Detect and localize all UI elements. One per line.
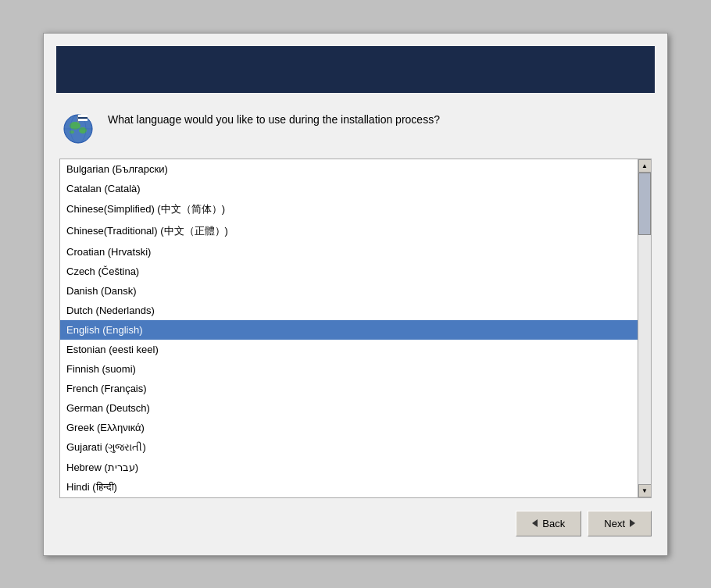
language-item-danish[interactable]: Danish (Dansk) (60, 281, 638, 301)
language-item-finnish[interactable]: Finnish (suomi) (60, 359, 638, 379)
language-item-chinese-simplified[interactable]: Chinese(Simplified) (中文（简体）) (60, 198, 638, 220)
language-list[interactable]: Bulgarian (Български)Catalan (Català)Chi… (60, 159, 638, 497)
language-item-bulgarian[interactable]: Bulgarian (Български) (60, 159, 638, 179)
scroll-up-button[interactable]: ▲ (638, 159, 652, 173)
language-item-english[interactable]: English (English) (60, 320, 638, 340)
language-item-estonian[interactable]: Estonian (eesti keel) (60, 340, 638, 359)
next-label: Next (604, 518, 625, 529)
language-item-czech[interactable]: Czech (Čeština) (60, 262, 638, 281)
scrollbar-thumb[interactable] (638, 173, 651, 235)
installer-window: What language would you like to use duri… (43, 33, 668, 556)
language-item-hebrew[interactable]: Hebrew (עברית) (60, 458, 638, 477)
content-area: What language would you like to use duri… (44, 93, 667, 555)
back-button[interactable]: Back (516, 511, 581, 536)
next-arrow-icon (630, 519, 635, 527)
header-banner (56, 46, 655, 93)
language-item-german[interactable]: German (Deutsch) (60, 398, 638, 418)
language-item-catalan[interactable]: Catalan (Català) (60, 179, 638, 198)
scrollbar-thumb-area (638, 173, 651, 484)
svg-rect-9 (78, 115, 88, 117)
language-item-dutch[interactable]: Dutch (Nederlands) (60, 301, 638, 320)
scroll-down-button[interactable]: ▼ (638, 484, 652, 497)
language-list-container: Bulgarian (Български)Catalan (Català)Chi… (59, 159, 652, 498)
next-button[interactable]: Next (588, 511, 652, 536)
language-item-gujarati[interactable]: Gujarati (ગુજરાતી) (60, 437, 638, 458)
language-item-hindi[interactable]: Hindi (हिन्दी) (60, 477, 638, 497)
globe-icon (59, 109, 97, 146)
back-label: Back (542, 518, 565, 529)
question-text: What language would you like to use duri… (108, 109, 440, 128)
svg-rect-10 (78, 119, 88, 121)
language-item-chinese-traditional[interactable]: Chinese(Traditional) (中文（正體）) (60, 220, 638, 242)
language-item-croatian[interactable]: Croatian (Hrvatski) (60, 242, 638, 262)
back-arrow-icon (532, 519, 538, 527)
language-item-french[interactable]: French (Français) (60, 379, 638, 398)
button-bar: Back Next (59, 498, 652, 543)
scrollbar-track: ▲ ▼ (638, 159, 651, 497)
language-item-greek[interactable]: Greek (Ελληνικά) (60, 418, 638, 437)
question-section: What language would you like to use duri… (59, 109, 652, 146)
